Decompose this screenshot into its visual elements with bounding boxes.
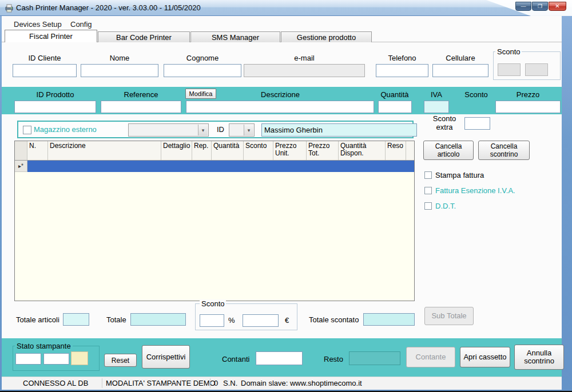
items-grid[interactable]: N. Descrizione Dettaglio Rep. Quantità S… <box>14 141 415 301</box>
label-email: e-mail <box>244 54 365 62</box>
contanti-input[interactable] <box>256 351 303 365</box>
grid-col-descrizione[interactable]: Descrizione <box>48 141 161 160</box>
cancella-articolo-button[interactable]: Cancella articolo <box>423 141 474 160</box>
descrizione-input[interactable] <box>186 101 374 113</box>
label-id-cliente: ID Cliente <box>13 54 77 62</box>
status-domain: Domain slave: www.shoptimecomo.it <box>241 379 362 387</box>
dropdown-arrow-icon: ▾ <box>198 125 208 135</box>
totale-scontato-field[interactable] <box>363 313 415 326</box>
grid-row-header-corner <box>15 141 27 160</box>
reset-button[interactable]: Reset <box>104 354 137 367</box>
label-telefono: Telefono <box>376 54 428 62</box>
tab-fiscal-printer[interactable]: Fiscal Printer <box>5 30 97 42</box>
printer-status-indicator[interactable] <box>71 351 88 365</box>
label-totale-articoli: Totale articoli <box>16 315 59 324</box>
totale-field[interactable] <box>130 313 186 326</box>
menu-devices-setup[interactable]: Devices Setup <box>11 19 64 30</box>
magazzino-esterno-checkbox[interactable] <box>23 126 31 134</box>
minimize-button[interactable]: — <box>515 2 531 11</box>
quantita-input[interactable] <box>378 101 412 113</box>
app-icon <box>5 3 14 13</box>
sconto-euro-input[interactable] <box>243 314 279 327</box>
corrispettivi-button[interactable]: Corrispettivi <box>142 345 190 369</box>
percent-symbol: % <box>228 316 235 325</box>
label-sconto-extra: Sconto extra <box>428 114 461 131</box>
telefono-input[interactable] <box>376 64 428 77</box>
annulla-scontrino-button[interactable]: Annulla scontrino <box>514 345 564 370</box>
id-cliente-input[interactable] <box>13 64 77 77</box>
maximize-icon: ❐ <box>538 4 542 9</box>
resto-field[interactable] <box>349 351 400 365</box>
label-id-prodotto: ID Prodotto <box>14 90 96 99</box>
status-separator <box>102 378 102 388</box>
nome-input[interactable] <box>81 64 158 77</box>
tab-bar-code-printer[interactable]: Bar Code Printer <box>98 31 190 42</box>
grid-selected-row-cells[interactable] <box>27 161 414 172</box>
euro-symbol: € <box>285 316 289 325</box>
grid-selected-row[interactable]: ▸* <box>15 161 414 172</box>
tab-sms-manager[interactable]: SMS Manager <box>190 31 280 42</box>
label-resto: Resto <box>324 355 343 363</box>
sconto-extra-input[interactable] <box>464 117 490 130</box>
label-fattura-esenzione: Fattura Esenzione I.V.A. <box>435 186 515 195</box>
ddt-checkbox[interactable] <box>424 202 432 210</box>
label-quantita: Quantità <box>375 90 415 99</box>
customer-sconto-value-input[interactable] <box>525 63 548 76</box>
label-prezzo: Prezzo <box>495 90 561 99</box>
reference-input[interactable] <box>101 101 181 113</box>
cellulare-input[interactable] <box>432 64 488 77</box>
grid-col-quantita-dispon[interactable]: Quantità Dispon. <box>339 141 386 160</box>
grid-row-marker[interactable]: ▸* <box>15 161 27 172</box>
sconto-percent-input[interactable] <box>200 314 224 327</box>
sub-totale-button[interactable]: Sub Totale <box>424 307 474 325</box>
magazzino-bar: Magazzino esterno ▾ ID ▾ <box>17 121 414 138</box>
grid-empty-area[interactable] <box>15 172 414 301</box>
status-separator <box>210 378 210 388</box>
grid-col-prezzo-unit[interactable]: Prezzo Unit. <box>273 141 307 160</box>
label-stampa-fattura: Stampa fattura <box>435 171 484 179</box>
operator-name-input[interactable] <box>261 123 417 137</box>
magazzino-select[interactable]: ▾ <box>128 123 209 137</box>
status-count: 0 <box>214 379 218 387</box>
grid-col-reso[interactable]: Reso <box>386 141 406 160</box>
label-iva: IVA <box>424 90 449 99</box>
iva-input[interactable] <box>424 101 449 113</box>
status-connection: CONNESSO AL DB <box>23 379 88 387</box>
fattura-esenzione-checkbox[interactable] <box>424 187 432 194</box>
minimize-icon: — <box>521 4 526 9</box>
contante-button[interactable]: Contante <box>406 347 455 367</box>
label-cognome: Cognome <box>164 54 241 62</box>
grid-col-dettaglio[interactable]: Dettaglio <box>161 141 192 160</box>
tab-gestione-prodotto[interactable]: Gestione prodotto <box>281 31 372 42</box>
grid-col-n[interactable]: N. <box>27 141 48 160</box>
label-sconto: Sconto <box>460 90 492 99</box>
label-totale-scontato: Totale scontato <box>309 315 359 324</box>
stampa-fattura-checkbox[interactable] <box>424 171 432 179</box>
grid-col-quantita[interactable]: Quantità <box>212 141 244 160</box>
close-button[interactable]: ✕ <box>549 2 566 11</box>
apri-cassetto-button[interactable]: Apri cassetto <box>460 347 510 367</box>
cognome-input[interactable] <box>164 64 241 77</box>
grid-col-prezzo-tot[interactable]: Prezzo Tot. <box>307 141 339 160</box>
grid-header-filler <box>406 141 414 160</box>
grid-col-rep[interactable]: Rep. <box>192 141 212 160</box>
modifica-button[interactable]: Modifica <box>185 89 216 99</box>
menu-config[interactable]: Config <box>68 19 94 30</box>
customer-sconto-percent-input[interactable] <box>498 63 521 76</box>
id-select[interactable]: ▾ <box>229 123 255 137</box>
printer-status-field-1[interactable] <box>15 353 41 365</box>
printer-status-field-2[interactable] <box>43 353 69 365</box>
email-input[interactable] <box>244 64 365 77</box>
cancella-scontrino-button[interactable]: Cancella scontrino <box>478 141 530 160</box>
maximize-button[interactable]: ❐ <box>532 2 548 11</box>
label-magazzino-esterno: Magazzino esterno <box>34 125 97 134</box>
totale-articoli-field[interactable] <box>63 313 89 326</box>
app-window: Cash Printer Manager - 2020 - ver. 3.03.… <box>0 0 572 392</box>
grid-header: N. Descrizione Dettaglio Rep. Quantità S… <box>15 141 414 161</box>
grid-col-sconto[interactable]: Sconto <box>244 141 273 160</box>
id-prodotto-input[interactable] <box>14 101 96 113</box>
label-reference: Reference <box>101 90 181 99</box>
label-contanti: Contanti <box>222 355 249 363</box>
totals-sconto-group-label: Sconto <box>200 299 226 308</box>
prezzo-input[interactable] <box>495 101 561 113</box>
